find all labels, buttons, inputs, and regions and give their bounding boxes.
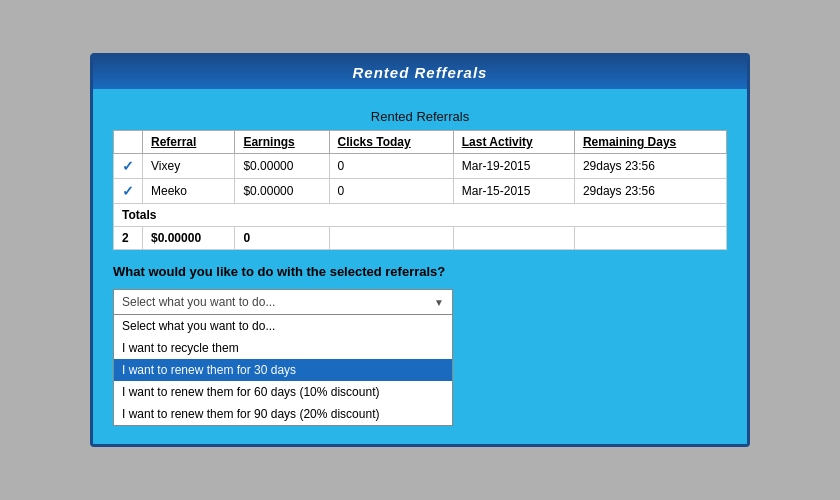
col-checkbox — [114, 131, 143, 154]
checkbox-checked: ✓ — [122, 158, 134, 174]
dropdown-options-list: Select what you want to do...I want to r… — [113, 315, 453, 426]
row-referral: Vixey — [143, 154, 235, 179]
title-bar: Rented Refferals — [93, 56, 747, 89]
dropdown-option[interactable]: I want to recycle them — [114, 337, 452, 359]
row-clicks-today: 0 — [329, 154, 453, 179]
content-area: Rented Referrals Referral Earnings Click… — [93, 89, 747, 444]
row-earnings: $0.00000 — [235, 154, 329, 179]
table-header-row: Referral Earnings Clicks Today Last Acti… — [114, 131, 727, 154]
row-checkbox-cell[interactable]: ✓ — [114, 154, 143, 179]
totals-earnings: $0.00000 — [143, 227, 235, 250]
referrals-table: Referral Earnings Clicks Today Last Acti… — [113, 130, 727, 250]
dropdown-arrow-icon: ▼ — [434, 297, 444, 308]
col-remaining-days: Remaining Days — [574, 131, 726, 154]
row-last-activity: Mar-19-2015 — [453, 154, 574, 179]
row-checkbox-cell[interactable]: ✓ — [114, 179, 143, 204]
action-dropdown-wrapper: Select what you want to do... ▼ Select w… — [113, 289, 453, 426]
row-clicks-today: 0 — [329, 179, 453, 204]
row-remaining-days: 29days 23:56 — [574, 154, 726, 179]
col-referral: Referral — [143, 131, 235, 154]
col-clicks-today: Clicks Today — [329, 131, 453, 154]
dropdown-option[interactable]: I want to renew them for 90 days (20% di… — [114, 403, 452, 425]
checkbox-checked: ✓ — [122, 183, 134, 199]
dropdown-option[interactable]: I want to renew them for 30 days — [114, 359, 452, 381]
totals-label-row: Totals — [114, 204, 727, 227]
col-earnings: Earnings — [235, 131, 329, 154]
table-row: ✓ Meeko $0.00000 0 Mar-15-2015 29days 23… — [114, 179, 727, 204]
dropdown-option[interactable]: I want to renew them for 60 days (10% di… — [114, 381, 452, 403]
action-dropdown[interactable]: Select what you want to do... ▼ — [113, 289, 453, 315]
row-earnings: $0.00000 — [235, 179, 329, 204]
totals-last-activity — [329, 227, 453, 250]
main-window: Rented Refferals Rented Referrals Referr… — [90, 53, 750, 447]
row-remaining-days: 29days 23:56 — [574, 179, 726, 204]
totals-remaining — [453, 227, 574, 250]
row-last-activity: Mar-15-2015 — [453, 179, 574, 204]
dropdown-option[interactable]: Select what you want to do... — [114, 315, 452, 337]
totals-clicks: 0 — [235, 227, 329, 250]
col-last-activity: Last Activity — [453, 131, 574, 154]
totals-count: 2 — [114, 227, 143, 250]
dropdown-selected-label: Select what you want to do... — [122, 295, 275, 309]
table-section-title: Rented Referrals — [113, 105, 727, 130]
table-row: ✓ Vixey $0.00000 0 Mar-19-2015 29days 23… — [114, 154, 727, 179]
window-title: Rented Refferals — [353, 64, 488, 81]
totals-row: 2 $0.00000 0 — [114, 227, 727, 250]
totals-label: Totals — [114, 204, 727, 227]
row-referral: Meeko — [143, 179, 235, 204]
rented-referrals-section: Rented Referrals Referral Earnings Click… — [113, 105, 727, 250]
totals-empty — [574, 227, 726, 250]
action-section: What would you like to do with the selec… — [113, 264, 727, 428]
action-question: What would you like to do with the selec… — [113, 264, 727, 279]
